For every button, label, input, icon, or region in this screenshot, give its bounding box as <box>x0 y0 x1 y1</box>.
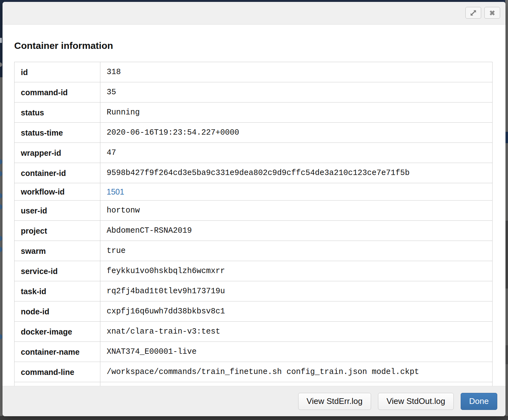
background-scrollbar-fragment <box>505 345 508 364</box>
property-value-cell: AbdomenCT-RSNA2019 <box>100 221 493 241</box>
done-button[interactable]: Done <box>461 393 497 410</box>
property-value: feykku1vo0hskbqlzh6wcmxrr <box>107 265 464 277</box>
close-button[interactable] <box>484 7 500 19</box>
property-value-cell: 47 <box>100 143 493 163</box>
background-link-fragment <box>0 171 2 176</box>
table-row: workflow-id 1501 <box>15 183 493 201</box>
workflow-id-link[interactable]: 1501 <box>107 187 124 196</box>
property-value-cell: 1501 <box>100 183 493 201</box>
property-value: Running <box>107 106 464 119</box>
property-label: swarm <box>15 241 100 261</box>
table-row: command-line /workspace/commands/train_f… <box>15 362 493 382</box>
table-row: wrapper-id 47 <box>15 143 493 163</box>
table-row: swarm true <box>15 241 493 261</box>
property-value-cell: XNAT374_E00001-live <box>100 342 493 362</box>
property-value: AbdomenCT-RSNA2019 <box>107 224 464 237</box>
property-label: status <box>15 102 100 123</box>
property-value: 2020-06-16T19:23:54.227+0000 <box>107 126 464 139</box>
expand-diagonal-icon <box>469 9 477 17</box>
table-row: project AbdomenCT-RSNA2019 <box>15 221 493 241</box>
property-label: workflow-id <box>15 183 100 201</box>
dialog-body: Container information id 318 command-id … <box>3 25 505 416</box>
table-row: service-id feykku1vo0hskbqlzh6wcmxrr <box>15 261 493 281</box>
property-label: command-line <box>15 362 100 382</box>
property-value-cell: hortonw <box>100 201 493 221</box>
property-value-cell: true <box>100 241 493 261</box>
dialog-header <box>3 2 505 25</box>
property-value-cell: Running <box>100 102 493 123</box>
property-label: wrapper-id <box>15 143 100 163</box>
close-x-icon <box>488 9 496 17</box>
background-link-fragment <box>0 193 2 198</box>
background-right-fragment <box>505 132 508 143</box>
property-label: docker-image <box>15 322 100 342</box>
container-information-dialog: Container information id 318 command-id … <box>3 2 505 416</box>
property-value: 318 <box>107 66 464 79</box>
background-link-fragment <box>0 334 2 339</box>
background-scrollbar-fragment <box>505 221 508 289</box>
property-value: cxpfj16q6uwh7dd38bkbsv8c1 <box>107 305 464 318</box>
background-link-fragment <box>0 159 2 164</box>
property-value-cell: 35 <box>100 82 493 102</box>
table-row: container-name XNAT374_E00001-live <box>15 342 493 362</box>
table-row: user-id hortonw <box>15 201 493 221</box>
property-value: /workspace/commands/train_finetune.sh co… <box>107 365 464 378</box>
background-link-fragment <box>0 247 2 252</box>
container-info-table: id 318 command-id 35 status Running stat… <box>14 62 493 416</box>
table-row: command-id 35 <box>15 82 493 102</box>
property-value-cell: 318 <box>100 62 493 82</box>
property-label: node-id <box>15 301 100 322</box>
table-row: node-id cxpfj16q6uwh7dd38bkbsv8c1 <box>15 301 493 322</box>
table-row: container-id 9598b427f9f264cd3e5ba9c331e… <box>15 163 493 183</box>
background-bottom-strip <box>0 416 508 420</box>
background-text-fragment <box>0 38 2 43</box>
property-value: XNAT374_E00001-live <box>107 345 464 358</box>
property-value-cell: rq2fj4bad1t0tlev9h173719u <box>100 281 493 301</box>
property-label: task-id <box>15 281 100 301</box>
property-label: command-id <box>15 82 100 102</box>
property-value: 47 <box>107 146 464 159</box>
maximize-button[interactable] <box>465 7 481 19</box>
view-stdout-log-button[interactable]: View StdOut.log <box>378 393 454 410</box>
property-value-cell: /workspace/commands/train_finetune.sh co… <box>100 362 493 382</box>
dialog-title: Container information <box>14 40 493 51</box>
table-row: status Running <box>15 102 493 123</box>
property-value: 9598b427f9f264cd3e5ba9c331e9dea802c9d9cf… <box>107 166 464 179</box>
property-value-cell: feykku1vo0hskbqlzh6wcmxrr <box>100 261 493 281</box>
table-row: id 318 <box>15 62 493 82</box>
property-value: rq2fj4bad1t0tlev9h173719u <box>107 285 464 298</box>
property-label: project <box>15 221 100 241</box>
table-row: status-time 2020-06-16T19:23:54.227+0000 <box>15 123 493 143</box>
property-label: container-id <box>15 163 100 183</box>
property-label: user-id <box>15 201 100 221</box>
property-value-cell: xnat/clara-train-v3:test <box>100 322 493 342</box>
property-label: container-name <box>15 342 100 362</box>
property-value: true <box>107 244 464 257</box>
property-label: service-id <box>15 261 100 281</box>
view-stderr-log-button[interactable]: View StdErr.log <box>298 393 371 410</box>
property-value-cell: 2020-06-16T19:23:54.227+0000 <box>100 123 493 143</box>
property-label: status-time <box>15 123 100 143</box>
property-label: id <box>15 62 100 82</box>
table-row: docker-image xnat/clara-train-v3:test <box>15 322 493 342</box>
background-link-fragment <box>0 204 2 209</box>
table-row: task-id rq2fj4bad1t0tlev9h173719u <box>15 281 493 301</box>
dialog-footer: View StdErr.log View StdOut.log Done <box>3 386 505 416</box>
property-value: 35 <box>107 86 464 99</box>
property-value: hortonw <box>107 204 464 217</box>
property-value-cell: cxpfj16q6uwh7dd38bkbsv8c1 <box>100 301 493 322</box>
property-value: xnat/clara-train-v3:test <box>107 325 464 338</box>
background-link-fragment <box>0 236 2 241</box>
property-value-cell: 9598b427f9f264cd3e5ba9c331e9dea802c9d9cf… <box>100 163 493 183</box>
